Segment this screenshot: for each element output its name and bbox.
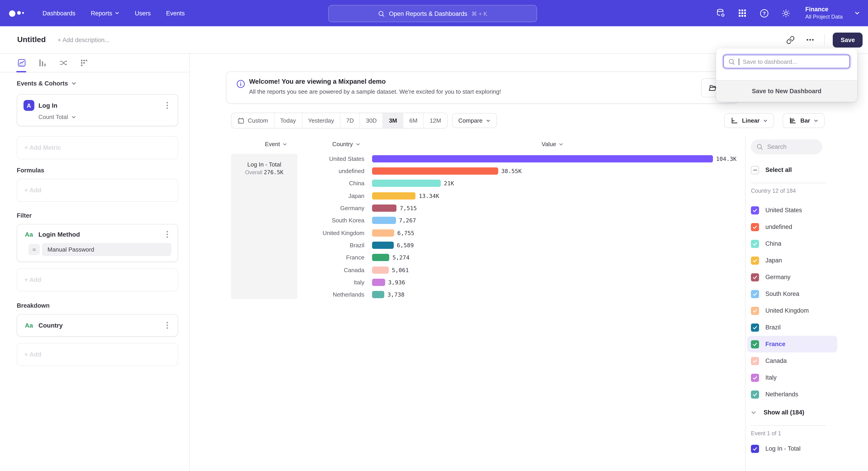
filter-operator[interactable]: = <box>29 244 40 255</box>
checkbox-checked[interactable] <box>751 306 759 315</box>
checkbox-checked[interactable] <box>751 374 759 382</box>
checkbox-checked[interactable] <box>751 256 759 264</box>
date-range-7d[interactable]: 7D <box>340 113 360 128</box>
country-bar[interactable] <box>372 229 394 236</box>
country-bar[interactable] <box>372 217 396 224</box>
country-bar[interactable] <box>372 254 389 261</box>
legend-item-united-states[interactable]: United States <box>747 202 837 218</box>
breakdown-property-name[interactable]: Country <box>38 322 163 329</box>
legend-item-canada[interactable]: Canada <box>747 352 837 369</box>
select-all-row[interactable]: Select all <box>751 161 868 178</box>
help-icon[interactable]: ? <box>759 8 769 18</box>
filter-value[interactable]: Manual Password <box>42 243 171 256</box>
checkbox-checked[interactable] <box>751 240 759 248</box>
date-range-12m[interactable]: 12M <box>424 113 447 128</box>
country-bar[interactable] <box>372 291 384 298</box>
checkbox-checked[interactable] <box>751 223 759 231</box>
settings-gear-icon[interactable] <box>781 8 791 18</box>
country-bar[interactable] <box>372 279 385 286</box>
column-header-value[interactable]: Value <box>541 141 563 147</box>
data-management-icon[interactable] <box>716 8 726 18</box>
filter-property-name[interactable]: Login Method <box>38 231 163 238</box>
show-all-button[interactable]: Show all (184) <box>751 404 868 421</box>
project-chevron-down-icon[interactable] <box>855 10 860 16</box>
more-options-icon[interactable] <box>804 34 816 46</box>
nav-link-dashboards[interactable]: Dashboards <box>42 10 75 17</box>
nav-link-reports[interactable]: Reports <box>91 10 120 17</box>
copy-link-icon[interactable] <box>784 34 796 46</box>
breakdown-card[interactable]: Aa Country <box>17 314 178 336</box>
breakdown-kebab-icon[interactable] <box>163 321 171 330</box>
country-bar[interactable] <box>372 266 389 273</box>
country-bar[interactable] <box>372 242 394 249</box>
add-formula-button[interactable]: + Add <box>17 179 178 202</box>
date-range-today[interactable]: Today <box>274 113 302 128</box>
country-bar[interactable] <box>372 168 498 175</box>
apps-grid-icon[interactable] <box>738 8 747 18</box>
save-dashboard-search-input[interactable]: Save to dashboard... <box>723 55 850 68</box>
chart-bar-row-united-states: United States104.3K <box>190 152 745 165</box>
legend-item-italy[interactable]: Italy <box>747 369 837 386</box>
report-title[interactable]: Untitled <box>17 35 46 45</box>
checkbox-checked[interactable] <box>751 273 759 281</box>
legend-item-united-kingdom[interactable]: United Kingdom <box>747 302 837 319</box>
screen: DashboardsReportsUsersEvents Open Report… <box>0 0 868 471</box>
checkbox-checked[interactable] <box>751 390 759 399</box>
checkbox-checked[interactable] <box>751 323 759 331</box>
nav-link-events[interactable]: Events <box>166 10 185 17</box>
tab-flows[interactable] <box>59 58 68 67</box>
metric-event-name[interactable]: Log In <box>38 102 163 109</box>
column-header-country[interactable]: Country <box>332 141 360 147</box>
legend-item-log-in-total[interactable]: Log In - Total <box>751 440 868 457</box>
date-range-6m[interactable]: 6M <box>403 113 424 128</box>
date-range-custom[interactable]: Custom <box>231 113 274 128</box>
add-metric-button[interactable]: + Add Metric <box>17 136 178 159</box>
tab-funnels[interactable] <box>38 58 47 67</box>
country-bar[interactable] <box>372 192 416 199</box>
checkbox-checked[interactable] <box>751 340 759 348</box>
checkbox-checked[interactable] <box>751 444 759 453</box>
legend-item-undefined[interactable]: undefined <box>747 218 837 235</box>
country-bar[interactable] <box>372 155 713 162</box>
add-filter-button[interactable]: + Add <box>17 268 178 291</box>
global-search[interactable]: Open Reports & Dashboards ⌘ + K <box>328 5 537 22</box>
tab-retention[interactable] <box>80 58 89 67</box>
metric-card[interactable]: A Log In Count Total <box>17 94 178 126</box>
legend-item-netherlands[interactable]: Netherlands <box>747 386 837 403</box>
legend-item-brazil[interactable]: Brazil <box>747 319 837 336</box>
date-range-yesterday[interactable]: Yesterday <box>302 113 340 128</box>
legend-search-input[interactable]: Search <box>751 139 822 154</box>
mixpanel-logo[interactable] <box>8 8 29 19</box>
mixpanel-app: DashboardsReportsUsersEvents Open Report… <box>0 0 868 471</box>
country-bar[interactable] <box>372 205 397 212</box>
tab-insights[interactable] <box>17 58 26 67</box>
date-range-30d[interactable]: 30D <box>360 113 383 128</box>
save-button[interactable]: Save <box>833 32 863 47</box>
country-bar[interactable] <box>372 180 441 187</box>
legend-item-south-korea[interactable]: South Korea <box>747 286 837 302</box>
date-range-3m[interactable]: 3M <box>383 113 403 128</box>
column-header-event[interactable]: Event <box>265 141 287 147</box>
chart-type-button[interactable]: Bar <box>783 113 825 128</box>
filter-card[interactable]: Aa Login Method = Manual Password <box>17 224 178 262</box>
save-to-new-dashboard-button[interactable]: Save to New Dashboard <box>716 80 857 102</box>
select-all-checkbox-indeterminate[interactable] <box>751 166 759 174</box>
add-description[interactable]: + Add description... <box>58 36 110 43</box>
legend-item-japan[interactable]: Japan <box>747 252 837 269</box>
checkbox-checked[interactable] <box>751 206 759 214</box>
checkbox-checked[interactable] <box>751 357 759 365</box>
compare-button[interactable]: Compare <box>452 113 497 128</box>
nav-link-users[interactable]: Users <box>135 10 151 17</box>
events-cohorts-section-label[interactable]: Events & Cohorts <box>17 80 178 87</box>
metric-aggregation-dropdown[interactable]: Count Total <box>38 114 171 120</box>
scale-selector-button[interactable]: Linear <box>724 113 774 128</box>
metric-kebab-icon[interactable] <box>163 101 171 110</box>
legend-item-france[interactable]: France <box>747 336 837 352</box>
filter-kebab-icon[interactable] <box>163 230 171 239</box>
add-breakdown-button[interactable]: + Add <box>17 343 178 366</box>
checkbox-checked[interactable] <box>751 290 759 298</box>
legend-item-germany[interactable]: Germany <box>747 269 837 286</box>
project-switcher[interactable]: Finance All Project Data <box>805 6 843 20</box>
legend-item-china[interactable]: China <box>747 235 837 252</box>
date-range-label: 7D <box>346 117 354 124</box>
